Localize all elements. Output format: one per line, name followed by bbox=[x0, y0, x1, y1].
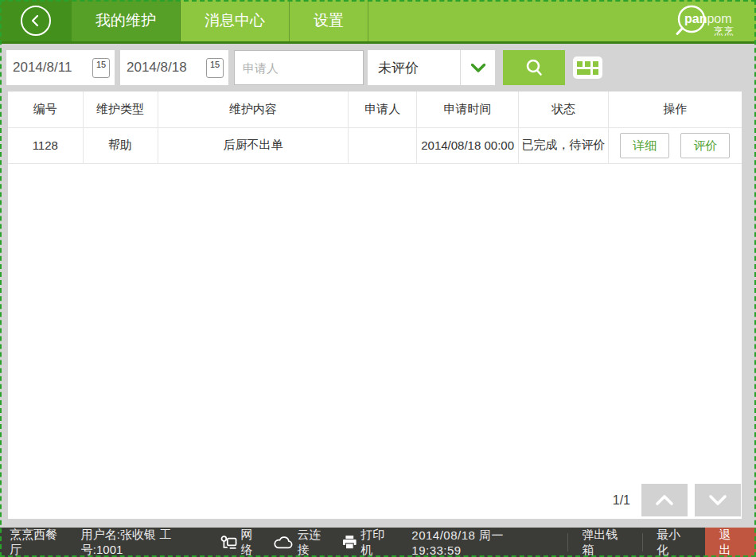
date-to-field[interactable]: 2014/8/18 15 bbox=[120, 50, 228, 85]
date-from-field[interactable]: 2014/8/11 15 bbox=[6, 50, 115, 85]
pagination: 1/1 bbox=[8, 484, 742, 519]
panpom-logo: panpom 烹烹 bbox=[675, 2, 746, 39]
col-header-type: 维护类型 bbox=[83, 92, 158, 127]
cell-content: 后厨不出单 bbox=[158, 127, 349, 163]
network-indicator[interactable]: 网络 bbox=[220, 528, 264, 557]
cell-status: 已完成，待评价 bbox=[519, 127, 608, 163]
calendar-icon: 15 bbox=[92, 58, 110, 78]
cell-id: 1128 bbox=[8, 127, 83, 163]
col-header-time: 申请时间 bbox=[417, 92, 519, 127]
back-button[interactable] bbox=[0, 0, 72, 41]
date-to-value: 2014/8/18 bbox=[127, 60, 187, 76]
open-cash-drawer-button[interactable]: 弹出钱箱 bbox=[568, 528, 642, 557]
minimize-button[interactable]: 最小化 bbox=[643, 528, 705, 557]
network-label: 网络 bbox=[241, 528, 264, 557]
tab-message-center[interactable]: 消息中心 bbox=[181, 0, 290, 41]
cell-type: 帮助 bbox=[83, 127, 158, 163]
cloud-icon bbox=[274, 536, 294, 549]
datetime-display: 2014/08/18 周一 19:33:59 bbox=[411, 528, 555, 557]
network-icon bbox=[220, 536, 237, 550]
back-icon bbox=[21, 6, 51, 36]
col-header-actions: 操作 bbox=[608, 92, 742, 127]
page-up-button[interactable] bbox=[641, 484, 688, 516]
tab-my-maintenance[interactable]: 我的维护 bbox=[72, 0, 181, 41]
cell-time: 2014/08/18 00:00 bbox=[417, 127, 519, 163]
col-header-status: 状态 bbox=[519, 92, 608, 127]
status-filter-dropdown-button[interactable] bbox=[460, 50, 495, 85]
printer-indicator[interactable]: 打印机 bbox=[342, 528, 396, 557]
cloud-indicator[interactable]: 云连接 bbox=[274, 528, 333, 557]
date-from-value: 2014/8/11 bbox=[13, 60, 72, 76]
col-header-content: 维护内容 bbox=[158, 92, 349, 127]
maintenance-table: 编号 维护类型 维护内容 申请人 申请时间 状态 操作 1128 帮助 后厨不出… bbox=[8, 92, 742, 164]
printer-icon bbox=[342, 536, 357, 549]
detail-button[interactable]: 详细 bbox=[620, 133, 669, 158]
search-icon bbox=[524, 57, 544, 78]
calendar-icon: 15 bbox=[206, 58, 224, 78]
status-filter-select[interactable]: 未评价 bbox=[368, 50, 495, 85]
page-down-button[interactable] bbox=[695, 484, 741, 516]
chevron-up-icon bbox=[655, 494, 674, 506]
col-header-applicant: 申请人 bbox=[349, 92, 417, 127]
restaurant-name: 烹烹西餐厅 bbox=[0, 528, 68, 557]
page-indicator: 1/1 bbox=[613, 493, 630, 508]
applicant-input[interactable] bbox=[234, 50, 364, 85]
cell-actions: 详细 评价 bbox=[608, 127, 742, 163]
chevron-down-icon bbox=[470, 63, 486, 73]
cell-applicant bbox=[349, 127, 417, 163]
user-info: 用户名:张收银 工号:1001 bbox=[68, 528, 211, 557]
status-filter-value: 未评价 bbox=[368, 50, 460, 85]
col-header-id: 编号 bbox=[8, 92, 83, 127]
keyboard-icon bbox=[577, 61, 598, 75]
cloud-label: 云连接 bbox=[298, 528, 333, 557]
main-content: 编号 维护类型 维护内容 申请人 申请时间 状态 操作 1128 帮助 后厨不出… bbox=[0, 92, 756, 528]
table-row: 1128 帮助 后厨不出单 2014/08/18 00:00 已完成，待评价 详… bbox=[8, 127, 742, 163]
search-button[interactable] bbox=[503, 50, 565, 85]
app-window: 我的维护 消息中心 设置 panpom 烹烹 2014/8/11 15 2014… bbox=[0, 0, 756, 557]
filter-bar: 2014/8/11 15 2014/8/18 15 未评价 bbox=[0, 44, 756, 92]
status-bar: 烹烹西餐厅 用户名:张收银 工号:1001 网络 云连接 bbox=[0, 528, 756, 557]
table-header-row: 编号 维护类型 维护内容 申请人 申请时间 状态 操作 bbox=[8, 92, 742, 127]
keyboard-toggle-button[interactable] bbox=[573, 56, 602, 79]
status-indicators: 网络 云连接 打印机 bbox=[211, 528, 396, 557]
exit-button[interactable]: 退出 bbox=[705, 528, 756, 557]
chevron-down-icon bbox=[708, 494, 727, 506]
top-navigation-bar: 我的维护 消息中心 设置 panpom 烹烹 bbox=[0, 0, 756, 44]
tab-settings[interactable]: 设置 bbox=[290, 0, 368, 41]
logo-subtitle: 烹烹 bbox=[714, 25, 735, 38]
maintenance-panel: 编号 维护类型 维护内容 申请人 申请时间 状态 操作 1128 帮助 后厨不出… bbox=[8, 92, 742, 519]
evaluate-button[interactable]: 评价 bbox=[680, 133, 730, 158]
printer-label: 打印机 bbox=[360, 528, 396, 557]
